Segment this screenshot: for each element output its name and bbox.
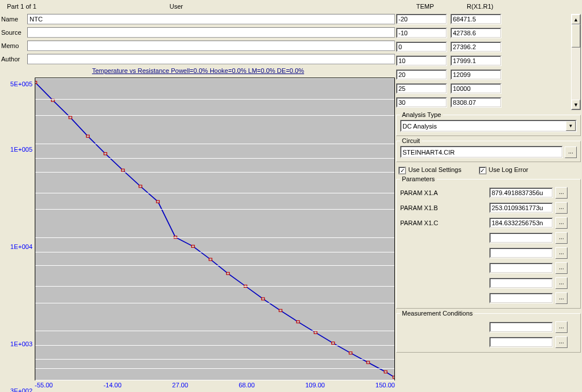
data-point [314,331,317,334]
x-axis: -55.00 -14.00 27.00 68.00 109.00 150.00 [35,380,395,391]
table-row [396,83,569,94]
param-input[interactable] [489,293,553,303]
temp-cell[interactable] [396,83,447,94]
res-cell[interactable] [451,83,502,94]
gridline [35,303,394,303]
gridline [35,286,394,287]
x-tick: 150.00 [375,382,395,391]
checkbox-icon[interactable]: ✓ [398,167,406,174]
y-tick: 3E+002 [10,387,32,392]
param-row: PARAM X1.A... [400,186,577,199]
gridline [35,209,394,210]
data-point [393,376,394,378]
data-point [332,342,335,345]
param-input[interactable] [489,203,553,213]
data-point [156,200,159,203]
data-point [384,371,387,373]
col-header-temp: TEMP [399,3,451,10]
name-label: Name [1,16,27,23]
res-cell[interactable] [451,69,502,80]
y-tick: 1E+003 [10,340,32,347]
y-tick: 1E+005 [10,146,32,153]
res-cell[interactable] [451,28,502,38]
param-input[interactable] [489,263,553,273]
param-input[interactable] [489,248,553,258]
scroll-down-icon[interactable]: ▼ [572,100,580,109]
param-input[interactable] [489,188,553,198]
res-cell[interactable] [451,14,502,24]
scroll-up-icon[interactable]: ▲ [572,14,580,24]
x-tick: -55.00 [35,382,53,391]
data-point [209,258,212,261]
meas-browse-button[interactable]: ... [555,321,568,333]
name-input[interactable] [27,14,395,24]
user-label: User [170,3,183,10]
param-input[interactable] [489,278,553,288]
param-row: PARAM X1.C... [400,217,577,229]
table-row [396,42,569,52]
gridline [35,345,394,346]
plot-area[interactable] [35,78,395,380]
col-header-res: R(X1.R1) [454,3,506,10]
data-point [367,361,369,364]
gridline [35,78,394,79]
data-point [226,272,229,274]
part-label: Part 1 of 1 [7,3,36,10]
table-row [396,69,569,80]
temp-cell[interactable] [396,97,447,108]
author-label: Author [1,56,27,63]
param-row: ... [400,247,577,259]
dropdown-icon[interactable]: ▼ [566,121,576,131]
x-tick: -14.00 [104,382,122,391]
param-browse-button[interactable]: ... [555,292,568,304]
x-tick: 68.00 [239,382,255,391]
gridline [35,380,394,380]
temp-cell[interactable] [396,28,447,38]
data-point [139,185,142,188]
scroll-thumb[interactable] [572,24,580,47]
use-local-settings-check[interactable]: ✓Use Local Settings [398,166,462,174]
res-cell[interactable] [451,56,502,66]
param-browse-button[interactable]: ... [555,202,568,214]
analysis-type-value: DC Analysis [401,123,565,130]
meas-input[interactable] [489,322,553,332]
gridline [35,158,394,159]
gridline [35,172,394,173]
param-label: PARAM X1.B [400,204,487,211]
circuit-group: STEINHART4.CIR ... [396,141,581,162]
param-input[interactable] [489,218,553,228]
temp-cell[interactable] [396,69,447,80]
param-browse-button[interactable]: ... [555,232,568,244]
data-point [262,298,265,300]
circuit-field[interactable]: STEINHART4.CIR [400,146,563,158]
x-tick: 109.00 [305,382,325,391]
res-cell[interactable] [451,97,502,108]
param-browse-button[interactable]: ... [555,277,568,289]
param-browse-button[interactable]: ... [555,187,568,199]
data-point [122,169,125,171]
param-browse-button[interactable]: ... [555,262,568,274]
res-cell[interactable] [451,42,502,52]
meas-browse-button[interactable]: ... [555,336,568,348]
gridline [35,99,394,100]
temp-cell[interactable] [396,42,447,52]
param-input[interactable] [489,233,553,243]
use-log-error-check[interactable]: ✓Use Log Error [479,166,528,174]
data-point [297,321,299,323]
source-input[interactable] [27,27,395,38]
table-row [396,56,569,66]
param-browse-button[interactable]: ... [555,217,568,229]
chart-title: Temperature vs Resistance Powell=0.0% Ho… [1,65,395,76]
circuit-browse-button[interactable]: ... [565,146,577,158]
data-scrollbar[interactable]: ▲ ▼ [571,14,581,110]
memo-input[interactable] [27,41,395,51]
gridline [35,237,394,238]
checkbox-icon[interactable]: ✓ [479,167,486,174]
author-input[interactable] [27,54,395,64]
temp-cell[interactable] [396,14,447,24]
table-row [396,28,569,38]
meas-input[interactable] [489,337,553,347]
analysis-type-select[interactable]: DC Analysis ▼ [400,120,577,132]
param-browse-button[interactable]: ... [555,247,568,259]
temp-cell[interactable] [396,56,447,66]
